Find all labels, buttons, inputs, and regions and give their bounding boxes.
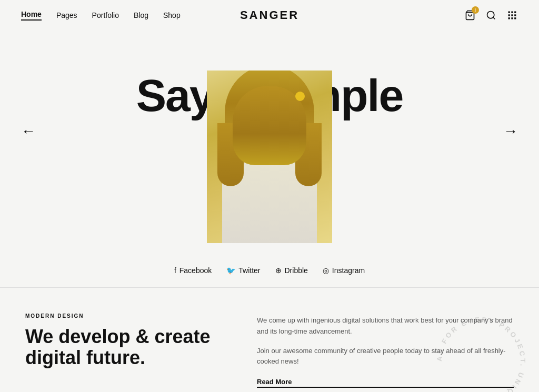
dribble-icon: ⊕ — [275, 266, 282, 275]
svg-rect-10 — [511, 17, 513, 19]
nav-actions: 1 — [464, 9, 518, 21]
bottom-heading: We develop & create digital future. — [25, 326, 225, 368]
svg-text:AS FOR EVERY PROJECT. UNIQUE: AS FOR EVERY PROJECT. UNIQUE — [435, 316, 527, 392]
dribble-link[interactable]: ⊕ Dribble — [275, 266, 308, 275]
nav-shop[interactable]: Shop — [163, 11, 181, 19]
nav-logo-area: SANGER — [240, 8, 299, 22]
cart-button[interactable]: 1 — [464, 9, 476, 21]
svg-rect-3 — [508, 12, 510, 13]
facebook-label: Facebook — [179, 266, 212, 275]
dribble-label: Dribble — [285, 266, 308, 275]
svg-rect-11 — [514, 17, 516, 19]
bottom-section: MODERN DESIGN We develop & create digita… — [0, 288, 539, 392]
svg-rect-7 — [511, 14, 513, 16]
svg-line-2 — [493, 17, 495, 19]
instagram-label: Instagram — [332, 266, 365, 275]
prev-slide-button[interactable]: ← — [21, 123, 36, 139]
twitter-link[interactable]: 🐦 Twitter — [226, 266, 260, 275]
search-button[interactable] — [485, 9, 497, 21]
social-links-bar: f Facebook 🐦 Twitter ⊕ Dribble ◎ Instagr… — [174, 252, 365, 287]
navbar: Home Pages Portfolio Blog Shop SANGER 1 — [0, 0, 539, 31]
next-slide-button[interactable]: → — [503, 123, 518, 139]
twitter-label: Twitter — [238, 266, 260, 275]
svg-rect-8 — [514, 14, 516, 16]
hero-section: Say a Simple Hello! — [0, 31, 539, 287]
hero-content: Say a Simple Hello! — [0, 31, 539, 252]
svg-point-1 — [487, 12, 494, 18]
nav-blog[interactable]: Blog — [134, 11, 148, 19]
hair-accessory — [295, 92, 305, 101]
site-logo[interactable]: SANGER — [240, 8, 299, 22]
nav-home[interactable]: Home — [21, 10, 42, 21]
cart-badge: 1 — [472, 6, 479, 14]
section-label: MODERN DESIGN — [25, 313, 225, 319]
circular-stamp: AS FOR EVERY PROJECT. UNIQUE — [428, 309, 534, 392]
facebook-icon: f — [174, 266, 176, 275]
svg-rect-5 — [514, 12, 516, 13]
svg-rect-4 — [511, 12, 513, 13]
instagram-link[interactable]: ◎ Instagram — [323, 266, 365, 275]
hero-image — [207, 71, 332, 243]
svg-rect-9 — [508, 17, 510, 19]
nav-links: Home Pages Portfolio Blog Shop — [21, 10, 181, 21]
twitter-icon: 🐦 — [226, 266, 235, 275]
facebook-link[interactable]: f Facebook — [174, 266, 212, 275]
bottom-left-content: MODERN DESIGN We develop & create digita… — [25, 313, 225, 388]
nav-portfolio[interactable]: Portfolio — [92, 11, 119, 19]
grid-button[interactable] — [506, 9, 518, 21]
nav-pages[interactable]: Pages — [56, 11, 77, 19]
svg-rect-6 — [508, 14, 510, 16]
instagram-icon: ◎ — [323, 266, 329, 275]
